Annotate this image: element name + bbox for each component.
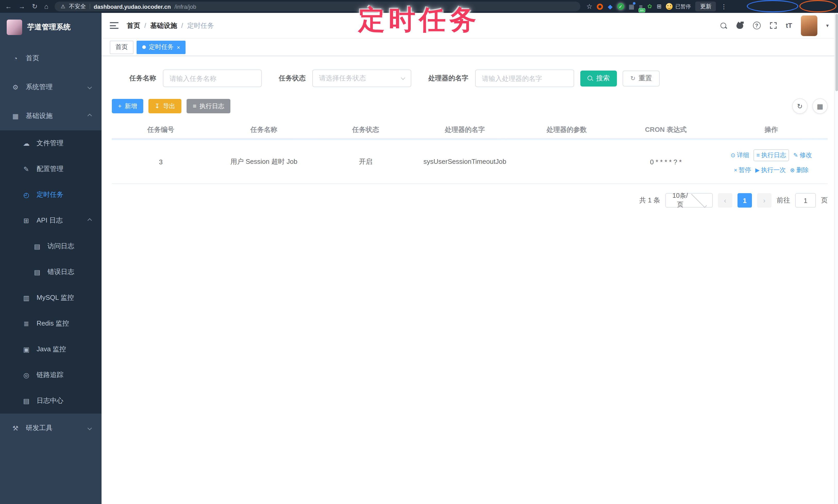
avatar[interactable] [801, 15, 817, 36]
sidebar: 芋道管理系统 ◔ 首页 ⚙ 系统管理 ▦ 基础设施 [0, 13, 102, 504]
security-label[interactable]: 不安全 [69, 3, 86, 10]
scrollbar-thumb[interactable] [835, 14, 838, 91]
sidebar-item-label: Redis 监控 [37, 319, 102, 328]
back-icon[interactable]: ← [5, 3, 12, 10]
plus-icon: + [118, 103, 122, 110]
col-header-cron: CRON 表达式 [617, 125, 715, 134]
delete-link[interactable]: ⊗删除 [790, 166, 809, 174]
browser-menu-icon[interactable]: ⋮ [721, 3, 727, 10]
add-button[interactable]: + 新增 [112, 99, 143, 113]
extension-grid-icon[interactable]: ▦ [629, 3, 634, 10]
search-icon[interactable] [720, 22, 727, 29]
sidebar-item-access-log[interactable]: ▤ 访问日志 [0, 233, 102, 259]
chevron-down-icon [691, 192, 706, 208]
refresh-button[interactable]: ↻ [792, 98, 808, 114]
sidebar-item-infra[interactable]: ▦ 基础设施 [0, 102, 102, 130]
sidebar-item-api-log[interactable]: ⊞ API 日志 [0, 208, 102, 233]
export-button[interactable]: ↧ 导出 [149, 99, 181, 113]
prev-page-button[interactable]: ‹ [718, 193, 732, 208]
sidebar-item-label: 基础设施 [26, 111, 88, 121]
run-once-link[interactable]: ▶执行一次 [755, 166, 786, 174]
sidebar-item-dev-tools[interactable]: ⚒ 研发工具 [0, 414, 102, 443]
delete-icon: ⊗ [790, 167, 795, 173]
extension-gem-icon[interactable]: ◆ [608, 3, 612, 10]
eye-icon: ◎ [22, 371, 30, 379]
sidebar-item-system[interactable]: ⚙ 系统管理 [0, 73, 102, 102]
sidebar-item-mysql-monitor[interactable]: ▥ MySQL 监控 [0, 285, 102, 311]
exec-log-button[interactable]: ≡ 执行日志 [187, 99, 230, 113]
search-button[interactable]: 搜索 [580, 70, 617, 86]
reload-icon[interactable]: ↻ [32, 3, 38, 10]
sidebar-item-error-log[interactable]: ▤ 错误日志 [0, 259, 102, 285]
scrollbar[interactable] [834, 13, 838, 504]
page-size-value: 10条/页 [671, 192, 689, 209]
breadcrumb-separator: / [181, 22, 183, 29]
extension-check-icon[interactable]: ✓ [617, 3, 624, 10]
sidebar-item-java-monitor[interactable]: ▣ Java 监控 [0, 336, 102, 362]
font-size-icon[interactable]: tT [786, 22, 792, 29]
chevron-down-icon[interactable]: ▾ [826, 23, 829, 28]
next-page-button[interactable]: › [757, 193, 771, 208]
github-icon[interactable] [736, 21, 744, 30]
database-icon: ▥ [22, 294, 30, 302]
browser-update-button[interactable]: 更新 [696, 2, 716, 11]
sidebar-item-log-center[interactable]: ▤ 日志中心 [0, 388, 102, 414]
reset-button-label: 重置 [639, 74, 652, 83]
extension-paused-chip[interactable]: 已暂停 [666, 3, 691, 10]
layers-icon: ≣ [22, 320, 30, 327]
job-status-select[interactable]: 请选择任务状态 [312, 70, 411, 87]
extension-sprout-icon[interactable]: ✿ [647, 3, 652, 10]
warning-icon: ⚠ [61, 4, 66, 9]
cell-job-name: 用户 Session 超时 Job [210, 157, 318, 166]
current-page-button[interactable]: 1 [737, 193, 752, 208]
sidebar-toggle-icon[interactable] [110, 22, 119, 29]
url-path: /infra/job [174, 3, 196, 10]
address-bar[interactable]: ⚠ 不安全 dashboard.yudao.iocoder.cn /infra/… [55, 2, 580, 11]
col-header-job-name: 任务名称 [210, 125, 318, 134]
breadcrumb-infra[interactable]: 基础设施 [150, 21, 177, 30]
sidebar-item-redis-monitor[interactable]: ≣ Redis 监控 [0, 311, 102, 336]
tab-scheduled-jobs[interactable]: 定时任务 × [137, 40, 186, 54]
export-button-label: 导出 [163, 102, 175, 110]
handler-name-input[interactable] [475, 70, 574, 87]
search-button-label: 搜索 [596, 74, 610, 83]
sidebar-item-file-manage[interactable]: ☁ 文件管理 [0, 130, 102, 156]
sidebar-item-home[interactable]: ◔ 首页 [0, 44, 102, 73]
extensions-puzzle-icon[interactable]: ⊞ [657, 3, 661, 10]
extension-ring-icon[interactable] [597, 3, 603, 10]
job-name-input[interactable] [163, 70, 262, 87]
help-icon[interactable]: ? [753, 22, 761, 29]
list-icon: ≡ [756, 152, 760, 158]
table-row[interactable]: 3 用户 Session 超时 Job 开启 sysUserSessionTim… [112, 140, 828, 184]
goto-page-input[interactable] [795, 193, 816, 208]
column-settings-button[interactable]: ▦ [812, 98, 828, 114]
cell-handler-name: sysUserSessionTimeoutJob [413, 156, 517, 167]
goto-label: 前往 [777, 196, 790, 205]
edit-link[interactable]: ✎修改 [793, 151, 812, 159]
job-log-link[interactable]: ≡执行日志 [753, 149, 789, 161]
tab-home[interactable]: 首页 [110, 40, 134, 54]
cell-actions: ⊙详细 ≡执行日志 ✎修改 ×暂停 ▶执行一次 ⊗删除 [715, 149, 828, 174]
total-count-label: 共 1 条 [639, 196, 660, 205]
sidebar-item-scheduled-jobs[interactable]: ◴ 定时任务 [0, 182, 102, 208]
sidebar-item-trace[interactable]: ◎ 链路追踪 [0, 362, 102, 388]
annotation-title: 定时任务 [358, 2, 480, 38]
pause-link[interactable]: ×暂停 [734, 166, 751, 174]
home-icon[interactable]: ⌂ [44, 3, 49, 10]
page-size-select[interactable]: 10条/页 [665, 193, 713, 208]
fullscreen-icon[interactable] [769, 22, 777, 29]
reset-button[interactable]: ↻ 重置 [623, 70, 660, 86]
forward-icon[interactable]: → [19, 3, 25, 10]
detail-link[interactable]: ⊙详细 [731, 151, 749, 159]
col-header-handler-name: 处理器的名字 [413, 125, 517, 134]
download-icon: ↧ [155, 103, 160, 110]
sidebar-item-config-manage[interactable]: ✎ 配置管理 [0, 156, 102, 182]
chevron-down-icon [88, 426, 92, 430]
sidebar-menu: ◔ 首页 ⚙ 系统管理 ▦ 基础设施 ☁ 文件管理 [0, 44, 102, 443]
app-logo-row[interactable]: 芋道管理系统 [0, 13, 102, 42]
breadcrumb-home[interactable]: 首页 [127, 21, 140, 30]
extension-list-icon[interactable]: ≡on [639, 3, 643, 10]
close-icon[interactable]: × [177, 44, 180, 50]
app-logo [7, 20, 22, 35]
bookmark-star-icon[interactable]: ☆ [587, 3, 592, 10]
